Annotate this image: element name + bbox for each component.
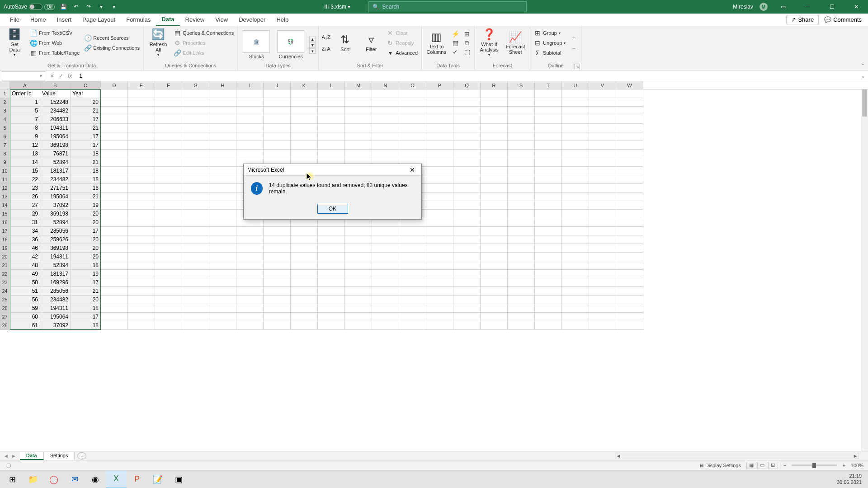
column-header[interactable]: G <box>182 81 209 89</box>
cell[interactable] <box>236 98 264 107</box>
cell[interactable] <box>236 141 264 150</box>
column-header[interactable]: C <box>71 81 101 89</box>
cell[interactable] <box>182 132 209 141</box>
cell[interactable]: 21 <box>71 107 101 115</box>
cell[interactable] <box>616 235 643 244</box>
currencies-button[interactable]: 💱Currencies <box>275 30 307 60</box>
file-explorer-icon[interactable]: 📁 <box>23 470 43 488</box>
cell[interactable] <box>318 270 345 278</box>
page-break-view-button[interactable]: ⊞ <box>768 462 778 469</box>
cell[interactable] <box>236 124 264 132</box>
cell[interactable] <box>372 235 399 244</box>
row-header[interactable]: 7 <box>0 141 10 150</box>
row-header[interactable]: 2 <box>0 98 10 107</box>
cell[interactable] <box>426 141 453 150</box>
cell[interactable] <box>155 192 182 201</box>
share-button[interactable]: ↗Share <box>786 15 819 24</box>
cell[interactable]: 5 <box>10 107 40 115</box>
cell[interactable] <box>535 115 562 124</box>
cell[interactable] <box>345 278 372 287</box>
cell[interactable] <box>426 175 453 184</box>
cell[interactable] <box>209 141 236 150</box>
cell[interactable] <box>372 287 399 296</box>
column-header[interactable]: K <box>291 81 318 89</box>
cell[interactable] <box>535 278 562 287</box>
cell[interactable] <box>508 210 535 218</box>
cell[interactable] <box>182 261 209 270</box>
zoom-out-icon[interactable]: − <box>783 463 786 468</box>
ungroup-button[interactable]: ⊟Ungroup ▾ <box>533 39 566 47</box>
cell[interactable] <box>209 98 236 107</box>
cell[interactable]: 17 <box>71 278 101 287</box>
advanced-button[interactable]: ▾Advanced <box>386 49 419 57</box>
cell[interactable] <box>453 158 481 167</box>
cell[interactable] <box>128 278 155 287</box>
cell[interactable] <box>318 98 345 107</box>
cell[interactable] <box>535 287 562 296</box>
cell[interactable] <box>182 227 209 235</box>
cell[interactable] <box>616 201 643 210</box>
cell[interactable] <box>508 175 535 184</box>
cell[interactable]: 42 <box>10 253 40 261</box>
cell[interactable] <box>399 98 426 107</box>
cell[interactable] <box>589 253 616 261</box>
cell[interactable] <box>291 235 318 244</box>
cell[interactable] <box>128 296 155 304</box>
autosave-toggle[interactable]: AutoSave Off <box>4 4 55 10</box>
row-header[interactable]: 24 <box>0 287 10 296</box>
cell[interactable]: 49 <box>10 270 40 278</box>
cell[interactable] <box>345 287 372 296</box>
cell[interactable] <box>453 253 481 261</box>
cell[interactable] <box>155 210 182 218</box>
row-header[interactable]: 4 <box>0 115 10 124</box>
cell[interactable] <box>372 124 399 132</box>
cell[interactable] <box>426 244 453 253</box>
minimize-icon[interactable]: — <box>798 0 816 14</box>
dialog-close-button[interactable]: ✕ <box>407 165 418 174</box>
cell[interactable] <box>101 115 128 124</box>
cell[interactable] <box>535 235 562 244</box>
tab-page-layout[interactable]: Page Layout <box>77 14 121 26</box>
tab-home[interactable]: Home <box>25 14 52 26</box>
row-header[interactable]: 6 <box>0 132 10 141</box>
cell[interactable] <box>128 107 155 115</box>
cell[interactable] <box>345 244 372 253</box>
cell[interactable]: 46 <box>10 244 40 253</box>
cell[interactable] <box>264 296 291 304</box>
column-header[interactable]: B <box>40 81 71 89</box>
cell[interactable] <box>209 321 236 330</box>
cell[interactable] <box>128 313 155 321</box>
vertical-scrollbar[interactable] <box>861 89 868 451</box>
cell[interactable] <box>318 141 345 150</box>
cell[interactable] <box>209 296 236 304</box>
cell[interactable] <box>481 98 508 107</box>
cell[interactable]: 369198 <box>40 210 71 218</box>
cell[interactable]: 234482 <box>40 296 71 304</box>
cell[interactable] <box>562 227 589 235</box>
cell[interactable] <box>562 89 589 98</box>
cell[interactable] <box>481 253 508 261</box>
cell[interactable] <box>616 296 643 304</box>
zoom-level[interactable]: 100% <box>851 463 863 468</box>
cell[interactable] <box>616 313 643 321</box>
cell[interactable] <box>426 115 453 124</box>
cell[interactable] <box>182 218 209 227</box>
cell[interactable] <box>535 150 562 158</box>
cell[interactable] <box>345 321 372 330</box>
cell[interactable] <box>616 175 643 184</box>
cell[interactable] <box>562 287 589 296</box>
cell[interactable] <box>155 261 182 270</box>
cell[interactable] <box>399 313 426 321</box>
cell[interactable] <box>481 235 508 244</box>
cell[interactable] <box>399 107 426 115</box>
cell[interactable] <box>508 150 535 158</box>
cell[interactable]: 152248 <box>40 98 71 107</box>
cell[interactable] <box>453 192 481 201</box>
cell[interactable]: 12 <box>10 141 40 150</box>
tab-help[interactable]: Help <box>271 14 294 26</box>
cell[interactable] <box>426 296 453 304</box>
cell[interactable] <box>128 124 155 132</box>
cell[interactable]: 52894 <box>40 218 71 227</box>
cell[interactable] <box>128 261 155 270</box>
cell[interactable]: 7 <box>10 115 40 124</box>
